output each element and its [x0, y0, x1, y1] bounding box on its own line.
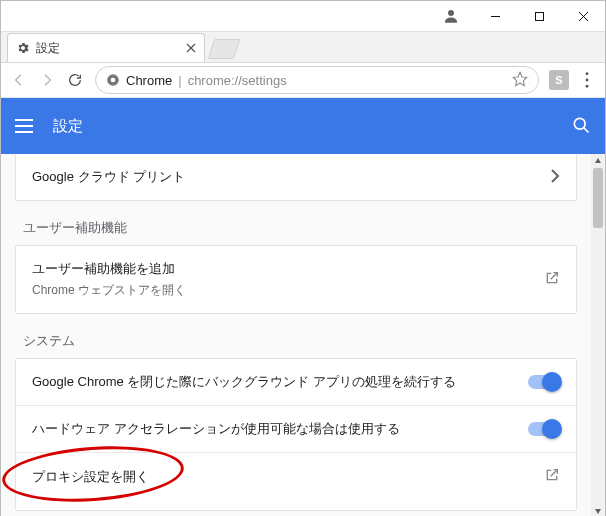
reload-button[interactable]: [61, 66, 89, 94]
extension-badge[interactable]: S: [549, 70, 569, 90]
url-origin: Chrome: [126, 73, 172, 88]
address-bar[interactable]: Chrome | chrome://settings: [95, 66, 539, 94]
chevron-right-icon: [550, 169, 560, 186]
svg-marker-15: [595, 158, 601, 163]
browser-toolbar: Chrome | chrome://settings S: [1, 63, 605, 98]
cloud-print-row[interactable]: Google クラウド プリント: [16, 154, 576, 200]
chrome-window: 設定 Chrome | chrome://settings: [0, 0, 606, 516]
background-toggle[interactable]: [528, 375, 560, 389]
window-maximize-button[interactable]: [517, 1, 561, 31]
cloud-print-card: Google クラウド プリント: [15, 154, 577, 201]
window-titlebar: [1, 1, 605, 32]
new-tab-button[interactable]: [208, 39, 240, 59]
browser-menu-button[interactable]: [573, 66, 601, 94]
chrome-icon: [106, 73, 120, 87]
svg-point-12: [586, 85, 589, 88]
bookmark-star-icon[interactable]: [512, 71, 528, 90]
window-minimize-button[interactable]: [473, 1, 517, 31]
open-external-icon: [544, 270, 560, 289]
section-header-accessibility: ユーザー補助機能: [23, 219, 575, 237]
back-button[interactable]: [5, 66, 33, 94]
svg-marker-16: [595, 509, 601, 514]
system-background-title: Google Chrome を閉じた際にバックグラウンド アプリの処理を続行する: [32, 373, 528, 391]
window-close-button[interactable]: [561, 1, 605, 31]
accessibility-add-title: ユーザー補助機能を追加: [32, 260, 544, 278]
accessibility-add-row[interactable]: ユーザー補助機能を追加 Chrome ウェブストアを開く: [16, 246, 576, 313]
search-icon[interactable]: [571, 115, 591, 138]
scrollbar[interactable]: [591, 154, 605, 516]
content-area: 設定 Google クラウド プリント: [1, 98, 605, 516]
system-card: Google Chrome を閉じた際にバックグラウンド アプリの処理を続行する…: [15, 358, 577, 511]
scroll-up-icon[interactable]: [591, 154, 605, 168]
system-hardware-title: ハードウェア アクセラレーションが使用可能な場合は使用する: [32, 420, 528, 438]
svg-point-0: [448, 10, 454, 16]
gear-icon: [16, 41, 30, 55]
scroll-down-icon[interactable]: [591, 504, 605, 516]
scrollbar-thumb[interactable]: [593, 168, 603, 228]
url-path: chrome://settings: [188, 73, 287, 88]
tab-strip: 設定: [1, 32, 605, 63]
account-icon[interactable]: [429, 7, 473, 25]
settings-body: Google クラウド プリント ユーザー補助機能: [1, 154, 605, 516]
browser-tab[interactable]: 設定: [7, 33, 205, 62]
section-header-system: システム: [23, 332, 575, 350]
settings-page: 設定 Google クラウド プリント: [1, 98, 605, 516]
system-proxy-title: プロキシ設定を開く: [32, 468, 544, 486]
hamburger-icon[interactable]: [15, 119, 37, 133]
svg-line-14: [584, 127, 589, 132]
cloud-print-title: Google クラウド プリント: [32, 168, 550, 186]
svg-point-8: [111, 78, 116, 83]
system-proxy-row[interactable]: プロキシ設定を開く: [16, 452, 576, 510]
accessibility-add-subtitle: Chrome ウェブストアを開く: [32, 282, 544, 299]
svg-point-13: [574, 118, 585, 129]
forward-button[interactable]: [33, 66, 61, 94]
page-title: 設定: [53, 117, 571, 136]
system-background-row[interactable]: Google Chrome を閉じた際にバックグラウンド アプリの処理を続行する: [16, 359, 576, 405]
svg-point-11: [586, 79, 589, 82]
accessibility-card: ユーザー補助機能を追加 Chrome ウェブストアを開く: [15, 245, 577, 314]
svg-marker-9: [513, 72, 526, 85]
close-icon[interactable]: [186, 41, 196, 56]
open-external-icon: [544, 467, 560, 486]
tab-title: 設定: [36, 40, 186, 57]
svg-rect-2: [535, 12, 543, 20]
svg-point-10: [586, 72, 589, 75]
url-separator: |: [178, 73, 181, 88]
system-hardware-row[interactable]: ハードウェア アクセラレーションが使用可能な場合は使用する: [16, 405, 576, 452]
hardware-toggle[interactable]: [528, 422, 560, 436]
settings-header: 設定: [1, 98, 605, 154]
